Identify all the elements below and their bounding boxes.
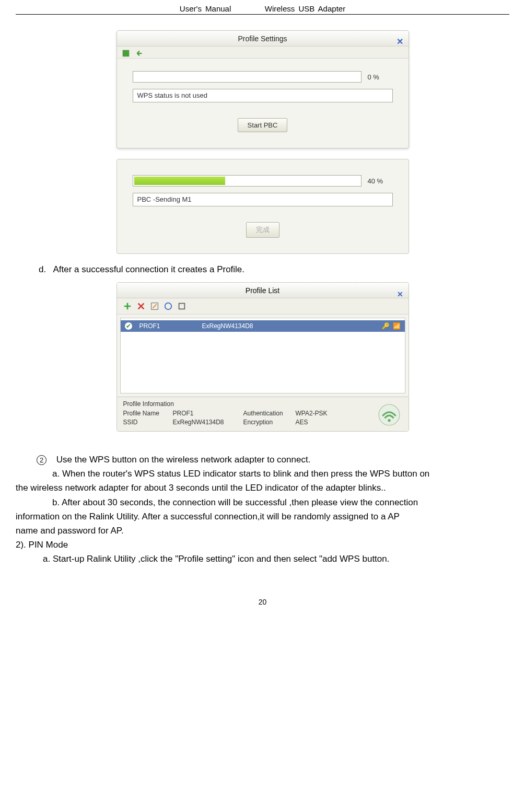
dialog-title-text: Profile Settings [238,34,287,43]
step-d-suffix: . [242,264,244,274]
close-icon[interactable]: ✕ [397,286,403,302]
label-ssid: SSID [123,419,173,426]
step2a-line1: a. When the router's WPS status LED indi… [16,467,509,481]
edit-profile-icon[interactable] [149,301,160,311]
close-icon[interactable]: ✕ [396,34,403,50]
wifi-icon [378,404,400,426]
profile-list-area: ✔ PROF1 ExRegNW4134D8 🔑 📶 [120,318,405,393]
progress-row: 0 % [133,71,393,83]
delete-profile-icon[interactable] [136,301,146,311]
svg-point-2 [165,303,171,310]
pbc-status-field: PBC -Sending M1 [133,193,393,206]
profile-toolbar [117,298,409,315]
value-profile-name: PROF1 [173,410,243,417]
step2-intro: Use the WPS button on the wireless netwo… [56,455,311,465]
step2b-line2: information on the Ralink Utility. After… [16,509,509,524]
step2a-line2: the wireless network adapter for about 3… [16,481,509,495]
value-ssid: ExRegNW4134D8 [173,419,243,426]
profile-info-legend: Profile Information [123,400,402,408]
header-left: User's Manual [180,4,231,13]
active-check-icon: ✔ [125,322,132,330]
step-d-body: After a successful connection it creates… [53,264,217,274]
profile-information: Profile Information Profile Name PROF1 A… [117,397,409,431]
step-d-prefix: d. [39,264,46,274]
profile-list-title-text: Profile List [246,286,279,295]
profile-list-title: Profile List ✕ [117,283,409,298]
start-pbc-button[interactable]: Start PBC [238,118,288,132]
pin-mode-heading: 2). PIN Mode [16,538,509,552]
dialog-nav [117,47,409,59]
dialog-title: Profile Settings ✕ [117,31,409,47]
progress-row: 40 % [133,175,393,187]
page-header: User's Manual Wireless USB Adapter [16,0,509,13]
finish-button[interactable]: 完成 [246,222,279,238]
progress-percent: 40 % [368,177,393,185]
svg-rect-3 [179,304,184,309]
progress-panel: 40 % PBC -Sending M1 完成 [116,159,409,254]
step2b-line1: b. After about 30 seconds, the connectio… [16,495,509,509]
progress-percent: 0 % [368,73,393,81]
progress-bar [133,175,361,187]
wps-status-field: WPS status is not used [133,89,393,102]
stop-icon[interactable] [121,49,131,58]
label-enc: Encryption [243,419,296,426]
profile-row-ssid: ExRegNW4134D8 [202,322,382,330]
step-d-text: d. After a successful connection it crea… [39,264,509,275]
header-rule [16,14,509,15]
back-arrow-icon[interactable] [135,49,144,58]
key-icon: 🔑 [382,322,390,330]
add-profile-icon[interactable] [122,301,133,311]
profile-settings-dialog: Profile Settings ✕ 0 % WPS status is not… [116,30,409,148]
page-number: 20 [16,598,509,606]
export-profile-icon[interactable] [177,301,187,311]
svg-rect-0 [122,50,129,57]
profile-row[interactable]: ✔ PROF1 ExRegNW4134D8 🔑 📶 [121,320,405,332]
import-profile-icon[interactable] [163,301,173,311]
value-auth: WPA2-PSK [296,410,337,417]
section-2: 2 Use the WPS button on the wireless net… [16,453,509,566]
label-auth: Authentication [243,410,296,417]
signal-icon: 📶 [393,322,401,330]
label-profile-name: Profile Name [123,410,173,417]
progress-fill [134,177,225,185]
profile-list-window: Profile List ✕ ✔ PROF1 ExReg [116,282,409,432]
value-enc: AES [296,419,337,426]
step2b-line3: name and password for AP. [16,524,509,538]
step-d-bold: Profile [217,264,242,274]
progress-bar [133,71,361,83]
step-number-2: 2 [37,455,46,465]
profile-row-name: PROF1 [139,322,202,330]
pin-mode-a: a. Start-up Ralink Utility ,click the "P… [16,552,509,566]
svg-point-5 [388,419,390,422]
header-right: Wireless USB Adapter [265,4,345,13]
